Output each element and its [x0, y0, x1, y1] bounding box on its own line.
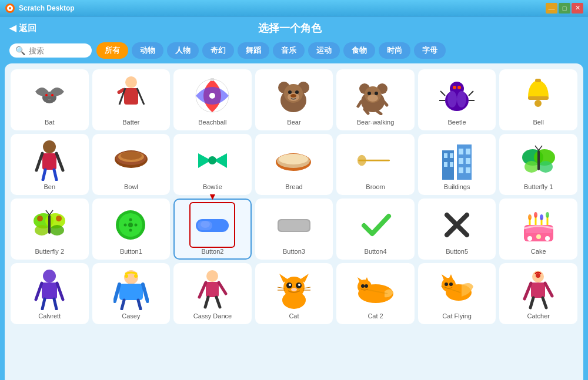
svg-rect-70 [450, 162, 453, 167]
sprite-card-bear-walking[interactable]: Bear-walking [336, 69, 415, 130]
filter-btn-people[interactable]: 人物 [167, 42, 199, 59]
search-input[interactable] [29, 46, 86, 55]
sprite-card-cat[interactable]: Cat [255, 263, 333, 324]
filter-btn-sports[interactable]: 运动 [308, 42, 340, 59]
svg-line-138 [205, 297, 208, 307]
sprite-card-cat2[interactable]: Cat 2 [336, 263, 415, 324]
svg-point-143 [282, 291, 306, 309]
svg-point-62 [279, 154, 308, 164]
sprite-name-bat: Bat [45, 119, 55, 126]
app-container: ◀ 返回 选择一个角色 🔍 所有动物人物奇幻舞蹈音乐运动食物时尚字母 Bat [0, 16, 588, 380]
svg-point-37 [457, 91, 466, 107]
sprite-card-batter[interactable]: Batter [92, 69, 171, 130]
svg-rect-44 [528, 96, 549, 100]
svg-point-89 [56, 216, 62, 221]
sprite-card-cat-flying[interactable]: Cat Flying [418, 263, 496, 324]
svg-rect-68 [450, 153, 453, 158]
filter-btn-dance[interactable]: 舞蹈 [238, 42, 269, 59]
filter-btn-animals[interactable]: 动物 [132, 42, 163, 59]
sprite-card-beachball[interactable]: Beachball [173, 69, 252, 130]
sprite-image-button3 [273, 204, 315, 246]
sprite-image-ben [29, 140, 70, 181]
svg-point-158 [365, 284, 368, 288]
sprite-image-cat [273, 269, 315, 310]
sprite-card-bear[interactable]: Bear [255, 69, 333, 130]
filter-btn-food[interactable]: 食物 [343, 42, 375, 59]
svg-point-164 [445, 283, 448, 286]
sprite-image-butterfly2 [29, 204, 70, 246]
filter-btn-fantasy[interactable]: 奇幻 [202, 42, 234, 59]
filter-btn-fashion[interactable]: 时尚 [379, 42, 410, 59]
sprite-card-button1[interactable]: Button1 [92, 199, 171, 260]
sprite-card-button2[interactable]: ▼ Button2 [173, 199, 252, 260]
svg-point-4 [45, 94, 48, 96]
minimize-button[interactable]: — [546, 3, 557, 14]
sprite-card-butterfly1[interactable]: Butterfly 1 [499, 134, 577, 195]
filter-btn-music[interactable]: 音乐 [273, 42, 305, 59]
filter-btn-letters[interactable]: 字母 [414, 42, 446, 59]
sprite-name-buildings: Buildings [444, 183, 470, 190]
back-arrow-icon: ◀ [9, 23, 16, 33]
svg-point-173 [536, 273, 540, 278]
sprite-card-bread[interactable]: Bread [255, 134, 333, 195]
sprite-card-bat[interactable]: Bat [11, 69, 89, 130]
svg-line-128 [115, 284, 119, 301]
sprite-image-button5 [436, 204, 477, 246]
svg-point-29 [375, 92, 378, 95]
sprite-card-catcher[interactable]: Catcher [499, 263, 577, 324]
svg-point-148 [291, 288, 297, 291]
svg-point-64 [358, 154, 366, 166]
svg-point-113 [528, 214, 532, 220]
svg-point-21 [295, 90, 299, 94]
svg-point-87 [50, 225, 64, 236]
sprite-card-calvrett[interactable]: Calvrett [11, 263, 89, 324]
sprite-card-button4[interactable]: Button4 [336, 199, 415, 260]
sprite-name-button3: Button3 [283, 248, 305, 255]
content-area[interactable]: Bat Batter Beachball [5, 63, 583, 380]
sprite-card-bowl[interactable]: Bowl [92, 134, 171, 195]
sprite-name-broom: Broom [366, 183, 385, 190]
svg-point-146 [289, 284, 291, 286]
svg-point-98 [124, 223, 127, 226]
sprite-name-button5: Button5 [446, 248, 468, 255]
sprite-card-casey[interactable]: Casey [92, 263, 171, 324]
sprite-image-casey [111, 269, 152, 310]
sprite-image-cake [518, 204, 559, 246]
svg-point-59 [208, 156, 216, 164]
sprite-card-beetle[interactable]: Beetle [418, 69, 496, 130]
svg-point-115 [540, 214, 543, 220]
sprite-card-cake[interactable]: Cake [499, 199, 577, 260]
sprite-image-button4 [355, 204, 396, 246]
maximize-button[interactable]: □ [559, 3, 570, 14]
sprite-card-buildings[interactable]: Buildings [418, 134, 496, 195]
sprite-card-butterfly2[interactable]: Butterfly 2 [11, 199, 89, 260]
search-box: 🔍 [9, 43, 92, 58]
svg-rect-67 [444, 153, 447, 158]
sprite-image-bear [273, 75, 315, 116]
filter-buttons-container: 所有动物人物奇幻舞蹈音乐运动食物时尚字母 [96, 42, 446, 59]
sprite-name-casey: Casey [122, 312, 140, 320]
svg-line-31 [377, 111, 381, 114]
back-button[interactable]: ◀ 返回 [9, 23, 36, 34]
sprite-card-bowtie[interactable]: Bowtie [173, 134, 252, 195]
sprite-card-cassy-dance[interactable]: Cassy Dance [173, 263, 252, 324]
sprite-name-beachball: Beachball [198, 119, 226, 126]
sprite-image-buildings [436, 140, 477, 181]
sprite-card-bell[interactable]: Bell [499, 69, 577, 130]
sprite-image-bowtie [192, 140, 233, 181]
svg-rect-46 [535, 79, 541, 82]
filter-bar: 🔍 所有动物人物奇幻舞蹈音乐运动食物时尚字母 [0, 40, 588, 63]
sprite-card-button5[interactable]: Button5 [418, 199, 496, 260]
filter-btn-all[interactable]: 所有 [96, 42, 128, 59]
svg-point-119 [545, 236, 550, 241]
sprite-card-button3[interactable]: Button3 [255, 199, 333, 260]
sprite-card-broom[interactable]: Broom [336, 134, 415, 195]
svg-point-86 [35, 225, 49, 236]
sprite-name-ben: Ben [44, 183, 55, 190]
sprite-name-cassy-dance: Cassy Dance [193, 312, 232, 320]
sprite-card-ben[interactable]: Ben [11, 134, 89, 195]
sprite-image-bear-walking [355, 75, 396, 116]
svg-line-50 [56, 153, 63, 170]
close-button[interactable]: ✕ [572, 3, 583, 14]
svg-rect-72 [466, 149, 470, 154]
